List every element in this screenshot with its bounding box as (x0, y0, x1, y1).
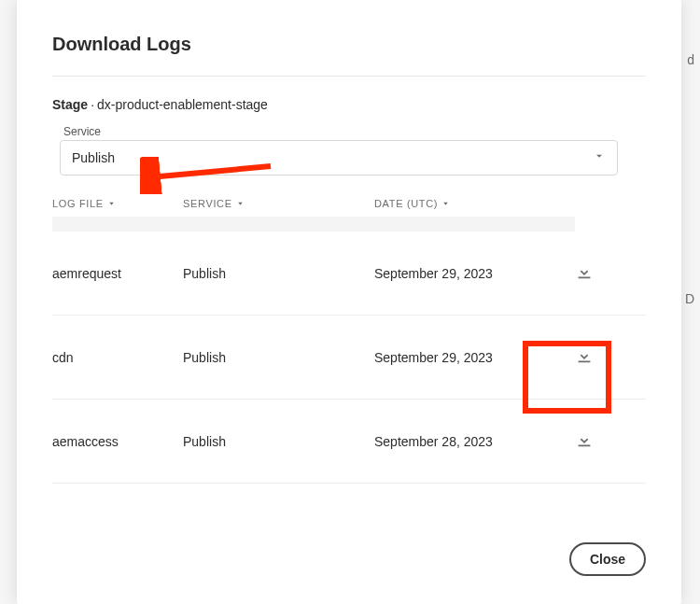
cell-service: Publish (183, 434, 374, 449)
table-row: aemrequest Publish September 29, 2023 (52, 232, 646, 316)
download-icon (574, 429, 595, 453)
column-date[interactable]: DATE (UTC) (374, 198, 542, 209)
sort-down-icon (441, 198, 450, 209)
sort-down-icon (107, 198, 116, 209)
cell-logfile: cdn (52, 350, 183, 365)
close-button[interactable]: Close (569, 542, 646, 576)
download-button[interactable] (568, 256, 600, 290)
cell-logfile: aemrequest (52, 266, 183, 281)
service-select[interactable]: Publish (60, 140, 618, 176)
service-label: Service (63, 125, 646, 138)
table-header: LOG FILE SERVICE DATE (UTC) (52, 183, 646, 217)
service-field: Service Publish (52, 125, 646, 176)
cell-service: Publish (183, 350, 374, 365)
column-service[interactable]: SERVICE (183, 198, 374, 209)
cell-date: September 29, 2023 (374, 350, 556, 365)
environment-name: dx-product-enablement-stage (97, 97, 268, 112)
backdrop-text: D (685, 291, 694, 306)
cell-service: Publish (183, 266, 374, 281)
stage-label: Stage (52, 97, 88, 112)
service-selected-value: Publish (72, 150, 115, 165)
cell-date: September 29, 2023 (374, 266, 556, 281)
table-row: cdn Publish September 29, 2023 (52, 316, 646, 400)
download-icon (574, 345, 595, 369)
table-body: aemrequest Publish September 29, 2023 cd… (52, 232, 646, 484)
divider (52, 76, 646, 77)
cell-logfile: aemaccess (52, 434, 183, 449)
modal-footer: Close (52, 524, 646, 576)
environment-line: Stage·dx-product-enablement-stage (52, 97, 646, 112)
backdrop-text: d (687, 52, 694, 67)
download-button[interactable] (568, 424, 600, 458)
download-button[interactable] (568, 340, 600, 374)
cell-date: September 28, 2023 (374, 434, 556, 449)
chevron-down-icon (593, 149, 606, 166)
column-logfile[interactable]: LOG FILE (52, 198, 183, 209)
download-icon (574, 261, 595, 285)
horizontal-scrollbar[interactable] (52, 217, 575, 232)
table-row: aemaccess Publish September 28, 2023 (52, 400, 646, 484)
modal-title: Download Logs (52, 34, 646, 55)
download-logs-modal: Download Logs Stage·dx-product-enablemen… (17, 0, 681, 604)
sort-down-icon (236, 198, 245, 209)
